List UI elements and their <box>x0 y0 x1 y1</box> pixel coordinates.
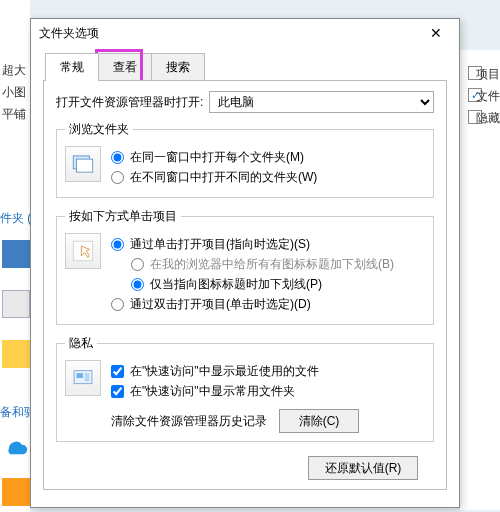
click-items-group: 按如下方式单击项目 通过单击打开项目(指向时选定)(S) 在我的浏览器中给所有有… <box>56 208 434 325</box>
radio-single-click[interactable]: 通过单击打开项目(指向时选定)(S) <box>111 236 425 253</box>
browse-folders-legend: 浏览文件夹 <box>65 121 133 138</box>
radio-single-click-input[interactable] <box>111 238 124 251</box>
bg-check-label-1: 项目 <box>476 66 500 83</box>
restore-defaults-button[interactable]: 还原默认值(R) <box>308 456 418 480</box>
radio-underline-all-input[interactable] <box>131 258 144 271</box>
radio-double-click-label: 通过双击打开项目(单击时选定)(D) <box>130 296 311 313</box>
tab-panel-general: 打开文件资源管理器时打开: 此电脑 浏览文件夹 在同一窗口中打开每个文件夹(M) <box>43 80 447 490</box>
open-explorer-select[interactable]: 此电脑 <box>209 91 434 113</box>
privacy-legend: 隐私 <box>65 335 97 352</box>
check-recent-files-label: 在"快速访问"中显示最近使用的文件 <box>130 363 319 380</box>
browse-folders-group: 浏览文件夹 在同一窗口中打开每个文件夹(M) 在不同窗口中打开不同的文件夹(W) <box>56 121 434 198</box>
click-items-icon <box>65 233 101 269</box>
radio-underline-all[interactable]: 在我的浏览器中给所有有图标标题加下划线(B) <box>131 256 425 273</box>
check-frequent-folders-input[interactable] <box>111 385 124 398</box>
titlebar: 文件夹选项 ✕ <box>31 19 459 47</box>
privacy-icon <box>65 360 101 396</box>
radio-underline-point-input[interactable] <box>131 278 144 291</box>
radio-own-window-input[interactable] <box>111 171 124 184</box>
check-frequent-folders-label: 在"快速访问"中显示常用文件夹 <box>130 383 295 400</box>
check-frequent-folders[interactable]: 在"快速访问"中显示常用文件夹 <box>111 383 425 400</box>
tab-general[interactable]: 常规 <box>45 53 99 81</box>
radio-underline-point-label: 仅当指向图标标题时加下划线(P) <box>150 276 322 293</box>
radio-double-click[interactable]: 通过双击打开项目(单击时选定)(D) <box>111 296 425 313</box>
open-explorer-label: 打开文件资源管理器时打开: <box>56 94 203 111</box>
bg-check-label-2: 文件 <box>476 88 500 105</box>
radio-double-click-input[interactable] <box>111 298 124 311</box>
check-recent-files-input[interactable] <box>111 365 124 378</box>
radio-same-window-label: 在同一窗口中打开每个文件夹(M) <box>130 149 304 166</box>
svg-rect-4 <box>77 373 84 378</box>
bg-ribbon-1: 超大 <box>2 62 26 79</box>
svg-rect-1 <box>77 159 93 172</box>
radio-own-window[interactable]: 在不同窗口中打开不同的文件夹(W) <box>111 169 425 186</box>
radio-single-click-label: 通过单击打开项目(指向时选定)(S) <box>130 236 310 253</box>
folder-options-dialog: 文件夹选项 ✕ 常规 查看 搜索 打开文件资源管理器时打开: 此电脑 浏览文件夹 <box>30 18 460 508</box>
browse-folders-icon <box>65 146 101 182</box>
radio-own-window-label: 在不同窗口中打开不同的文件夹(W) <box>130 169 317 186</box>
tab-search[interactable]: 搜索 <box>151 53 205 81</box>
bg-check-label-3: 隐藏 <box>476 110 500 127</box>
radio-same-window-input[interactable] <box>111 151 124 164</box>
clear-button[interactable]: 清除(C) <box>279 409 359 433</box>
check-recent-files[interactable]: 在"快速访问"中显示最近使用的文件 <box>111 363 425 380</box>
dialog-title: 文件夹选项 <box>39 25 421 42</box>
privacy-group: 隐私 在"快速访问"中显示最近使用的文件 在"快速访问"中显示常用文件夹 <box>56 335 434 442</box>
bg-ribbon-3: 平铺 <box>2 106 26 123</box>
click-items-legend: 按如下方式单击项目 <box>65 208 181 225</box>
radio-underline-point[interactable]: 仅当指向图标标题时加下划线(P) <box>131 276 425 293</box>
tab-view[interactable]: 查看 <box>98 53 152 81</box>
radio-same-window[interactable]: 在同一窗口中打开每个文件夹(M) <box>111 149 425 166</box>
bg-ribbon-2: 小图 <box>2 84 26 101</box>
clear-history-label: 清除文件资源管理器历史记录 <box>111 413 267 430</box>
radio-underline-all-label: 在我的浏览器中给所有有图标标题加下划线(B) <box>150 256 394 273</box>
close-button[interactable]: ✕ <box>421 23 451 43</box>
tab-strip: 常规 查看 搜索 <box>45 53 459 81</box>
svg-rect-5 <box>85 373 90 381</box>
